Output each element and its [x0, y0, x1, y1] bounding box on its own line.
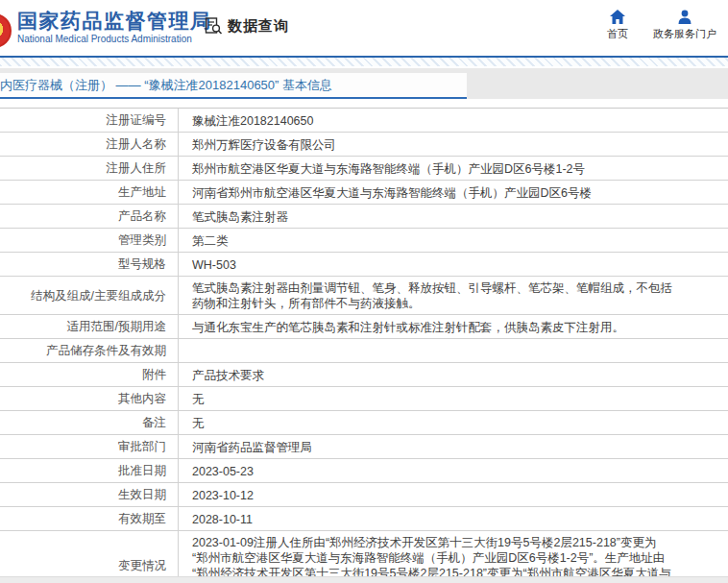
national-emblem-logo	[0, 13, 12, 48]
row-label: 注册人住所	[0, 157, 179, 180]
document-search-icon	[204, 16, 223, 36]
table-row: 审批部门河南省药品监督管理局	[0, 435, 728, 459]
row-value: 第二类	[179, 229, 728, 252]
row-value: 河南省药品监督管理局	[179, 435, 728, 458]
row-label: 有效期至	[0, 507, 179, 530]
row-label: 管理类别	[0, 229, 179, 252]
table-row: 适用范围/预期用途与通化东宝生产的笔芯胰岛素和注射针或标准注射针配套，供胰岛素皮…	[0, 315, 728, 339]
row-value: 郑州市航空港区华夏大道与东海路智能终端（手机）产业园D区6号楼1-2号	[179, 157, 728, 180]
row-value: 豫械注准20182140650	[179, 109, 728, 132]
row-value: 2023-05-23	[179, 459, 728, 482]
footer-strip	[0, 576, 728, 583]
table-row: 有效期至2028-10-11	[0, 507, 728, 531]
header: 国家药品监督管理局 National Medical Products Admi…	[0, 0, 728, 56]
data-query-header: 数据查询	[204, 16, 289, 36]
table-row: 注册人住所郑州市航空港区华夏大道与东海路智能终端（手机）产业园D区6号楼1-2号	[0, 157, 728, 181]
row-value: 笔式胰岛素注射器由剂量调节钮、笔身、释放按钮、引导螺杆、笔芯架、笔帽组成，不包括…	[179, 277, 728, 314]
breadcrumb-tab: 内医疗器械（注册） —— “豫械注准20182140650” 基本信息	[0, 73, 467, 99]
nav-gov-portal[interactable]: 政务服务门户	[653, 10, 716, 41]
nav-home-label: 首页	[607, 27, 628, 41]
row-label: 批准日期	[0, 459, 179, 482]
row-label: 变更情况	[0, 531, 179, 583]
row-value: WH-503	[179, 253, 728, 276]
table-row: 生效日期2023-10-12	[0, 483, 728, 507]
table-row: 管理类别第二类	[0, 229, 728, 253]
row-label: 其他内容	[0, 387, 179, 410]
row-value: 笔式胰岛素注射器	[179, 205, 728, 228]
row-value: 河南省郑州市航空港区华夏大道与东海路智能终端（手机）产业园D区6号楼	[179, 181, 728, 204]
table-row: 备注无	[0, 411, 728, 435]
user-icon	[677, 10, 692, 24]
table-row: 其他内容无	[0, 387, 728, 411]
row-value: 2023-01-09注册人住所由“郑州经济技术开发区第十三大街19号5号楼2层2…	[179, 531, 728, 583]
table-row: 型号规格WH-503	[0, 253, 728, 277]
page: 国家药品监督管理局 National Medical Products Admi…	[0, 0, 728, 583]
table-row: 变更情况2023-01-09注册人住所由“郑州经济技术开发区第十三大街19号5号…	[0, 531, 728, 583]
row-label: 型号规格	[0, 253, 179, 276]
breadcrumb: 内医疗器械（注册） —— “豫械注准20182140650” 基本信息	[0, 77, 332, 94]
row-label: 结构及组成/主要组成成分	[0, 277, 179, 314]
home-icon	[610, 10, 625, 24]
row-label: 审批部门	[0, 435, 179, 458]
row-label: 备注	[0, 411, 179, 434]
row-label: 注册证编号	[0, 109, 179, 132]
row-value: 郑州万辉医疗设备有限公司	[179, 133, 728, 156]
row-value	[179, 339, 728, 362]
row-label: 生产地址	[0, 181, 179, 204]
org-name-cn: 国家药品监督管理局	[17, 10, 212, 33]
data-query-label: 数据查询	[228, 17, 289, 36]
row-value: 产品技术要求	[179, 363, 728, 386]
row-value: 2028-10-11	[179, 507, 728, 530]
row-value: 无	[179, 387, 728, 410]
table-row: 产品名称笔式胰岛素注射器	[0, 205, 728, 229]
row-label: 生效日期	[0, 483, 179, 506]
decor-hatch-strip	[0, 58, 728, 66]
table-row: 注册证编号豫械注准20182140650	[0, 109, 728, 133]
breadcrumb-bar: 内医疗器械（注册） —— “豫械注准20182140650” 基本信息	[0, 68, 728, 99]
row-value: 与通化东宝生产的笔芯胰岛素和注射针或标准注射针配套，供胰岛素皮下注射用。	[179, 315, 728, 338]
row-label: 附件	[0, 363, 179, 386]
top-nav: 首页 政务服务门户	[607, 10, 716, 41]
nav-home[interactable]: 首页	[607, 10, 628, 41]
row-value: 2023-10-12	[179, 483, 728, 506]
table-row: 生产地址河南省郑州市航空港区华夏大道与东海路智能终端（手机）产业园D区6号楼	[0, 181, 728, 205]
table-row: 注册人名称郑州万辉医疗设备有限公司	[0, 133, 728, 157]
row-value: 无	[179, 411, 728, 434]
row-label: 适用范围/预期用途	[0, 315, 179, 338]
table-row: 产品储存条件及有效期	[0, 339, 728, 363]
row-label: 注册人名称	[0, 133, 179, 156]
org-name-en: National Medical Products Administration	[17, 33, 212, 46]
registration-info-table: 注册证编号豫械注准20182140650 注册人名称郑州万辉医疗设备有限公司 注…	[0, 108, 728, 583]
nav-gov-portal-label: 政务服务门户	[653, 27, 716, 41]
row-label: 产品名称	[0, 205, 179, 228]
row-label: 产品储存条件及有效期	[0, 339, 179, 362]
table-row: 结构及组成/主要组成成分笔式胰岛素注射器由剂量调节钮、笔身、释放按钮、引导螺杆、…	[0, 277, 728, 315]
table-row: 附件产品技术要求	[0, 363, 728, 387]
table-row: 批准日期2023-05-23	[0, 459, 728, 483]
org-title-block: 国家药品监督管理局 National Medical Products Admi…	[17, 10, 212, 46]
